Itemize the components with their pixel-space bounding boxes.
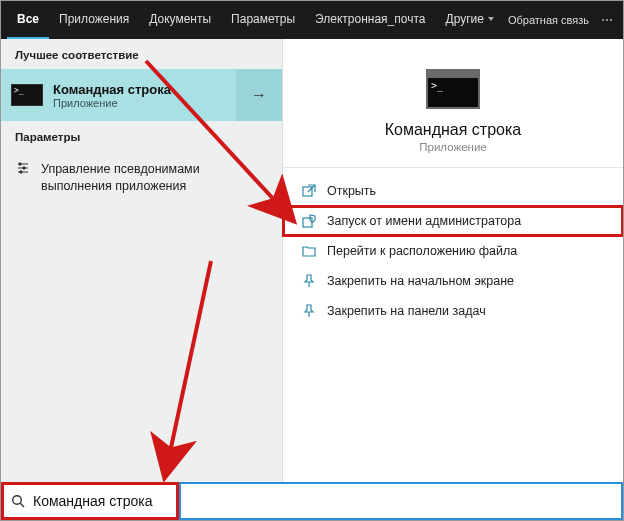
action-pin-start-label: Закрепить на начальном экране — [327, 274, 514, 288]
svg-point-3 — [19, 163, 21, 165]
open-icon — [301, 183, 317, 199]
tab-all[interactable]: Все — [7, 1, 49, 39]
action-run-as-admin[interactable]: Запуск от имени администратора — [283, 206, 623, 236]
overflow-menu[interactable]: ⋯ — [597, 1, 617, 39]
expand-arrow-icon[interactable]: → — [236, 69, 282, 121]
search-icon — [11, 494, 25, 508]
search-input-area[interactable] — [179, 482, 623, 520]
shield-admin-icon — [301, 213, 317, 229]
action-open-label: Открыть — [327, 184, 376, 198]
command-prompt-icon — [11, 84, 43, 106]
action-pin-taskbar-label: Закрепить на панели задач — [327, 304, 486, 318]
details-title: Командная строка — [385, 121, 522, 139]
pin-start-icon — [301, 273, 317, 289]
results-pane: Лучшее соответствие Командная строка При… — [1, 39, 283, 482]
details-action-list: Открыть Запуск от имени администратора П… — [283, 168, 623, 334]
settings-results-header: Параметры — [1, 121, 282, 151]
svg-rect-8 — [303, 218, 312, 227]
svg-point-4 — [23, 167, 25, 169]
command-prompt-large-icon — [426, 69, 480, 109]
action-pin-start[interactable]: Закрепить на начальном экране — [283, 266, 623, 296]
settings-result-label: Управление псевдонимами выполнения прило… — [41, 161, 268, 195]
tab-apps[interactable]: Приложения — [49, 1, 139, 39]
settings-result-alias[interactable]: Управление псевдонимами выполнения прило… — [1, 151, 282, 205]
tab-settings[interactable]: Параметры — [221, 1, 305, 39]
search-input[interactable] — [181, 484, 621, 518]
tab-more[interactable]: Другие — [436, 1, 504, 39]
search-query-text: Командная строка — [33, 493, 152, 509]
best-match-title: Командная строка — [53, 82, 171, 97]
best-match-result[interactable]: Командная строка Приложение → — [1, 69, 282, 121]
svg-rect-6 — [303, 187, 312, 196]
action-open-file-location[interactable]: Перейти к расположению файла — [283, 236, 623, 266]
action-open[interactable]: Открыть — [283, 176, 623, 206]
details-pane: Командная строка Приложение Открыть Запу… — [283, 39, 623, 482]
feedback-link[interactable]: Обратная связь — [508, 1, 597, 39]
action-file-location-label: Перейти к расположению файла — [327, 244, 517, 258]
pin-taskbar-icon — [301, 303, 317, 319]
best-match-header: Лучшее соответствие — [1, 39, 282, 69]
action-run-as-admin-label: Запуск от имени администратора — [327, 214, 521, 228]
best-match-subtitle: Приложение — [53, 97, 171, 109]
tab-documents[interactable]: Документы — [139, 1, 221, 39]
svg-point-11 — [13, 496, 22, 505]
action-pin-taskbar[interactable]: Закрепить на панели задач — [283, 296, 623, 326]
search-query-box[interactable]: Командная строка — [1, 482, 179, 520]
svg-line-12 — [20, 503, 24, 507]
list-settings-icon — [15, 161, 31, 177]
tab-email[interactable]: Электронная_почта — [305, 1, 435, 39]
folder-location-icon — [301, 243, 317, 259]
search-bar: Командная строка — [1, 482, 623, 520]
search-scope-tabs: Все Приложения Документы Параметры Элект… — [1, 1, 623, 39]
svg-point-5 — [20, 171, 22, 173]
details-subtitle: Приложение — [419, 141, 486, 153]
